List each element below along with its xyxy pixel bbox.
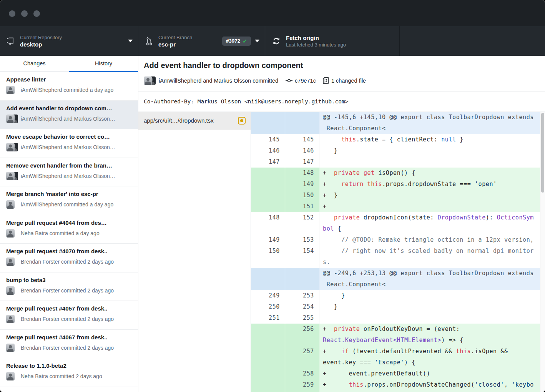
- diff-row: 146 146 }: [251, 145, 545, 156]
- commit-list-meta: iAmWillShepherd committed a day ago: [6, 200, 133, 209]
- changed-file-icon: [323, 77, 329, 85]
- old-line-number: 146: [251, 145, 285, 156]
- avatar: [6, 115, 15, 123]
- diff-code-line: // @TODO: Remake triangle octicon in a 1…: [319, 234, 545, 246]
- avatar: [6, 143, 15, 151]
- fetch-origin-button[interactable]: Fetch origin Last fetched 3 minutes ago: [265, 26, 400, 56]
- commit-description: Co-Authored-By: Markus Olsson <niik@user…: [138, 91, 545, 111]
- commit-list-title: Remove event handler from the bran…: [6, 162, 133, 169]
- avatar-group: [6, 372, 18, 380]
- changed-files-count: 1 changed file: [331, 78, 366, 84]
- pr-number-badge[interactable]: #3972 ✓: [222, 37, 251, 46]
- diff-row: 151 +: [251, 201, 545, 212]
- commit-list-title: bump to beta3: [6, 277, 133, 283]
- current-repository-button[interactable]: Current Repository desktop: [0, 26, 138, 56]
- git-commit-icon: [285, 78, 293, 84]
- avatar: [6, 257, 15, 266]
- old-line-number: 249: [251, 290, 285, 301]
- avatar-group: [6, 344, 18, 352]
- new-line-number: 257: [285, 346, 319, 368]
- traffic-lights: [9, 10, 40, 17]
- old-line-number: 251: [251, 312, 285, 324]
- new-line-number: 154: [285, 246, 319, 268]
- commit-title: Add event handler to dropdown component: [144, 61, 303, 70]
- commit-list-item[interactable]: Release to 1.1.0-beta2 Neha Batra commit…: [0, 358, 138, 387]
- repository-label: Current Repository: [20, 34, 124, 41]
- commit-list-item[interactable]: Add event handler to dropdown com… iAmWi…: [0, 101, 138, 130]
- commit-list-meta: Brendan Forster committed 2 days ago: [6, 286, 133, 295]
- avatar: [6, 286, 15, 295]
- old-line-number: 148: [251, 212, 285, 234]
- close-button[interactable]: [9, 10, 15, 17]
- avatar-group: [6, 315, 18, 323]
- repository-name: desktop: [20, 41, 124, 48]
- commit-author-line: iAmWillShepherd committed a day ago: [21, 201, 113, 208]
- commit-list-title: Merge branch 'master' into esc-pr: [6, 191, 133, 197]
- commit-author-line: iAmWillShepherd and Markus Olsson…: [21, 144, 115, 150]
- commit-list-item[interactable]: Move escape behavior to correct co… iAmW…: [0, 129, 138, 158]
- commit-list-item[interactable]: Merge pull request #4070 from desk.. Bre…: [0, 244, 138, 272]
- avatar-group: [6, 229, 18, 238]
- avatar: [6, 86, 15, 94]
- commit-list-meta: Brendan Forster committed 2 days ago: [6, 344, 133, 352]
- diff-code-line: // right now it's scaled badly on normal…: [319, 246, 545, 268]
- scrollbar-thumb[interactable]: [541, 113, 544, 193]
- commit-list-item[interactable]: Merge pull request #4051 from desk..: [0, 387, 138, 392]
- diff-code-line: }: [319, 290, 545, 301]
- diff-content: app/src/ui/t…/dropdown.tsx @@ -145,6 +14…: [138, 112, 545, 392]
- check-icon: ✓: [243, 38, 247, 44]
- file-row[interactable]: app/src/ui/t…/dropdown.tsx: [138, 112, 251, 130]
- commit-list-meta: iAmWillShepherd and Markus Olsson…: [6, 115, 133, 123]
- new-line-number: 146: [285, 145, 319, 156]
- diff-row: 249 253 }: [251, 290, 545, 301]
- commit-sha[interactable]: c79e71c: [295, 78, 316, 84]
- commit-list-item[interactable]: Merge pull request #4044 from des… Neha …: [0, 215, 138, 244]
- commit-list-item[interactable]: Appease linter iAmWillShepherd committed…: [0, 72, 138, 101]
- diff-row: 250 254 }: [251, 301, 545, 312]
- old-line-number: [251, 190, 285, 201]
- diff-rows: @@ -145,6 +145,10 @@ export class Toolba…: [251, 112, 545, 392]
- commit-list-item[interactable]: Merge pull request #4067 from desk.. Bre…: [0, 330, 138, 359]
- diff-row: @@ -145,6 +145,10 @@ export class Toolba…: [251, 112, 545, 134]
- diff-row: 257 + if (!event.defaultPrevented && thi…: [251, 346, 545, 368]
- new-line-number: [285, 268, 319, 290]
- modified-file-icon: [238, 117, 246, 125]
- commit-list-item[interactable]: Merge branch 'master' into esc-pr iAmWil…: [0, 186, 138, 215]
- diff-code-line: + return this.props.dropdownState === 'o…: [319, 179, 545, 190]
- old-line-number: 250: [251, 301, 285, 312]
- current-branch-button[interactable]: Current Branch esc-pr #3972 ✓: [138, 26, 265, 56]
- commit-list-meta: Neha Batra committed a day ago: [6, 229, 133, 238]
- commit-list-title: Merge pull request #4044 from des…: [6, 219, 133, 226]
- minimize-button[interactable]: [21, 10, 28, 17]
- commit-list-item[interactable]: bump to beta3 Brendan Forster committed …: [0, 272, 138, 301]
- commit-list-title: Release to 1.1.0-beta2: [6, 362, 133, 369]
- old-line-number: [251, 268, 285, 290]
- new-line-number: 145: [285, 134, 319, 145]
- avatar: [6, 344, 15, 352]
- commit-list-item[interactable]: Merge pull request #4057 from desk.. Bre…: [0, 301, 138, 330]
- sidebar-tabs: Changes History: [0, 56, 138, 72]
- commit-detail-pane: Add event handler to dropdown component …: [138, 56, 545, 392]
- commit-list-item[interactable]: Remove event handler from the bran… iAmW…: [0, 158, 138, 187]
- tab-history[interactable]: History: [69, 56, 138, 72]
- old-line-number: [251, 368, 285, 379]
- commit-list-title: Merge pull request #4070 from desk..: [6, 248, 133, 254]
- fetch-title: Fetch origin: [286, 34, 394, 42]
- avatar: [6, 200, 15, 209]
- diff-row: @@ -249,6 +253,13 @@ export class Toolba…: [251, 268, 545, 290]
- diff-code-line: [319, 156, 545, 168]
- diff-code-line: + event.preventDefault(): [319, 368, 545, 379]
- zoom-button[interactable]: [33, 10, 40, 17]
- avatar-group: [6, 86, 18, 94]
- commit-list-meta: Neha Batra committed 2 days ago: [6, 372, 133, 380]
- commit-list-title: Merge pull request #4057 from desk..: [6, 305, 133, 312]
- avatar: [6, 229, 15, 238]
- old-line-number: [251, 201, 285, 212]
- diff-row: 259 + this.props.onDropdownStateChanged(…: [251, 379, 545, 392]
- commit-avatars: [144, 76, 155, 85]
- tab-changes[interactable]: Changes: [0, 56, 69, 72]
- chevron-down-icon: [255, 40, 259, 42]
- old-line-number: [251, 179, 285, 190]
- commit-list-meta: iAmWillShepherd committed a day ago: [6, 86, 133, 94]
- avatar-group: [6, 200, 18, 209]
